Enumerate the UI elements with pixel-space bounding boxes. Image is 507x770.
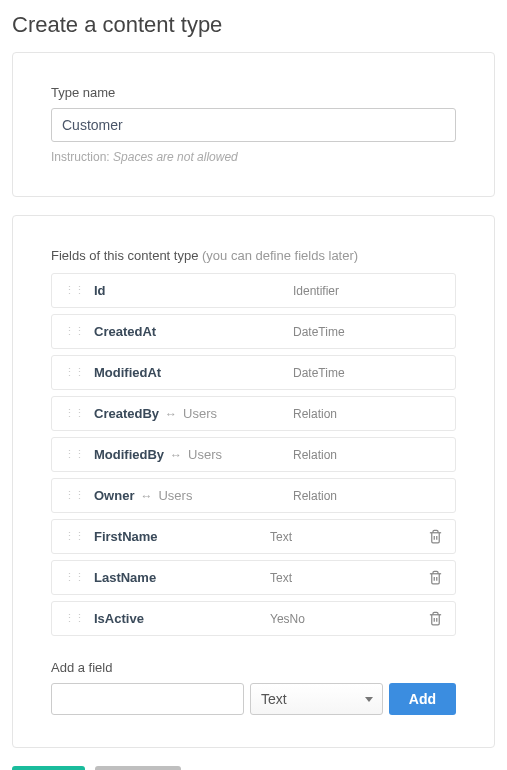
- add-field-button[interactable]: Add: [389, 683, 456, 715]
- add-field-type-select[interactable]: Text: [250, 683, 383, 715]
- field-type: YesNo: [270, 612, 420, 626]
- fields-header: Fields of this content type (you can def…: [51, 248, 456, 263]
- relation-target: Users: [158, 488, 192, 503]
- page-title: Create a content type: [12, 12, 495, 38]
- drag-handle-icon[interactable]: ⋮⋮: [64, 367, 84, 378]
- fields-panel: Fields of this content type (you can def…: [12, 215, 495, 748]
- field-name: ModifiedBy: [94, 447, 164, 462]
- add-field-type-select-wrap: Text: [250, 683, 383, 715]
- drag-handle-icon[interactable]: ⋮⋮: [64, 490, 84, 501]
- field-name: LastName: [94, 570, 156, 585]
- field-type: Relation: [293, 448, 443, 462]
- field-type: Relation: [293, 489, 443, 503]
- field-row[interactable]: ⋮⋮IsActiveYesNo: [51, 601, 456, 636]
- type-name-input[interactable]: [51, 108, 456, 142]
- field-name: Id: [94, 283, 106, 298]
- delete-field-button[interactable]: [428, 529, 443, 544]
- fields-list: ⋮⋮IdIdentifier⋮⋮CreatedAtDateTime⋮⋮Modif…: [51, 273, 456, 636]
- relation-target: Users: [188, 447, 222, 462]
- relation-arrow-icon: ↔: [165, 407, 177, 421]
- drag-handle-icon[interactable]: ⋮⋮: [64, 572, 84, 583]
- field-type: Text: [270, 571, 420, 585]
- trash-icon: [428, 529, 443, 544]
- relation-arrow-icon: ↔: [140, 489, 152, 503]
- field-row[interactable]: ⋮⋮FirstNameText: [51, 519, 456, 554]
- trash-icon: [428, 611, 443, 626]
- add-field-name-input[interactable]: [51, 683, 244, 715]
- instruction-prefix: Instruction:: [51, 150, 113, 164]
- type-name-label: Type name: [51, 85, 456, 100]
- field-type: Text: [270, 530, 420, 544]
- drag-handle-icon[interactable]: ⋮⋮: [64, 326, 84, 337]
- field-row[interactable]: ⋮⋮IdIdentifier: [51, 273, 456, 308]
- field-row[interactable]: ⋮⋮CreatedAtDateTime: [51, 314, 456, 349]
- type-name-instruction: Instruction: Spaces are not allowed: [51, 150, 456, 164]
- field-type: Relation: [293, 407, 443, 421]
- field-name: IsActive: [94, 611, 144, 626]
- type-name-panel: Type name Instruction: Spaces are not al…: [12, 52, 495, 197]
- field-name: ModifiedAt: [94, 365, 161, 380]
- add-field-section: Add a field Text Add: [51, 660, 456, 715]
- field-name: FirstName: [94, 529, 158, 544]
- delete-field-button[interactable]: [428, 611, 443, 626]
- cancel-button[interactable]: Cancel: [95, 766, 181, 770]
- drag-handle-icon[interactable]: ⋮⋮: [64, 613, 84, 624]
- field-row[interactable]: ⋮⋮ModifiedBy↔UsersRelation: [51, 437, 456, 472]
- drag-handle-icon[interactable]: ⋮⋮: [64, 449, 84, 460]
- relation-target: Users: [183, 406, 217, 421]
- relation-arrow-icon: ↔: [170, 448, 182, 462]
- trash-icon: [428, 570, 443, 585]
- drag-handle-icon[interactable]: ⋮⋮: [64, 408, 84, 419]
- field-row[interactable]: ⋮⋮Owner↔UsersRelation: [51, 478, 456, 513]
- save-button[interactable]: Save: [12, 766, 85, 770]
- field-type: Identifier: [293, 284, 443, 298]
- add-field-label: Add a field: [51, 660, 456, 675]
- field-row[interactable]: ⋮⋮LastNameText: [51, 560, 456, 595]
- footer-actions: Save Cancel: [12, 766, 495, 770]
- field-row[interactable]: ⋮⋮ModifiedAtDateTime: [51, 355, 456, 390]
- drag-handle-icon[interactable]: ⋮⋮: [64, 531, 84, 542]
- field-type: DateTime: [293, 366, 443, 380]
- field-type: DateTime: [293, 325, 443, 339]
- field-name: Owner: [94, 488, 134, 503]
- field-row[interactable]: ⋮⋮CreatedBy↔UsersRelation: [51, 396, 456, 431]
- instruction-text: Spaces are not allowed: [113, 150, 238, 164]
- drag-handle-icon[interactable]: ⋮⋮: [64, 285, 84, 296]
- field-name: CreatedAt: [94, 324, 156, 339]
- field-name: CreatedBy: [94, 406, 159, 421]
- delete-field-button[interactable]: [428, 570, 443, 585]
